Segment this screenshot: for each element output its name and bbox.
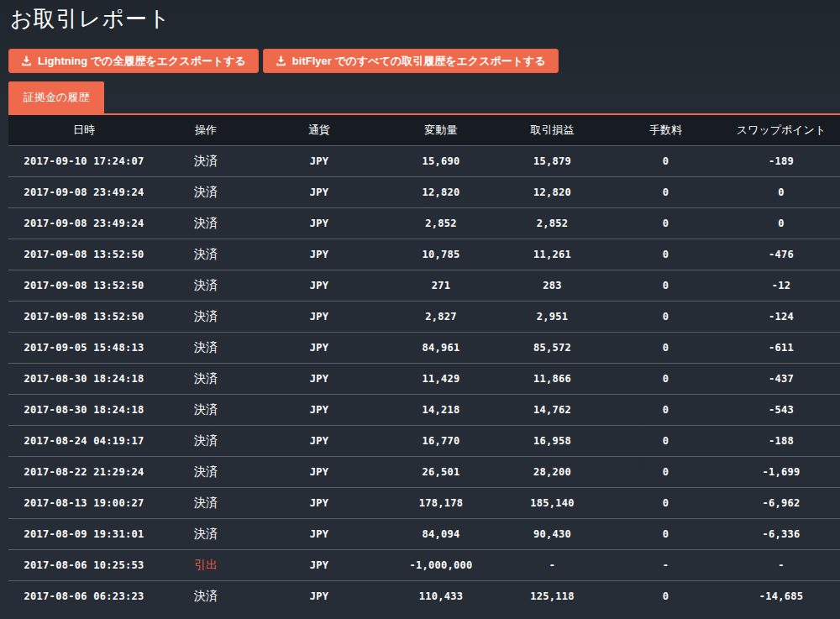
cell-swap: -6,336 xyxy=(722,518,840,549)
cell-currency: JPY xyxy=(252,394,386,425)
cell-datetime: 2017-09-10 17:24:07 xyxy=(8,145,160,176)
cell-currency: JPY xyxy=(252,549,386,580)
cell-swap: -437 xyxy=(722,363,840,394)
cell-operation: 引出 xyxy=(160,549,252,580)
cell-operation: 決済 xyxy=(160,145,252,176)
cell-fee: 0 xyxy=(609,580,722,611)
cell-pnl: 185,140 xyxy=(496,487,609,518)
tab-bar: 証拠金の履歴 xyxy=(8,81,840,115)
cell-currency: JPY xyxy=(252,425,386,456)
cell-fee: 0 xyxy=(609,363,722,394)
cell-pnl: 283 xyxy=(496,270,609,301)
column-header-datetime: 日時 xyxy=(8,115,160,145)
cell-amount: 2,827 xyxy=(386,301,496,332)
table-row: 2017-09-05 15:48:13決済JPY84,96185,5720-61… xyxy=(8,332,840,363)
cell-amount: -1,000,000 xyxy=(386,549,496,580)
cell-swap: -1,699 xyxy=(722,456,840,487)
cell-swap: -12 xyxy=(722,270,840,301)
cell-datetime: 2017-08-13 19:00:27 xyxy=(8,487,160,518)
cell-operation: 決済 xyxy=(160,456,252,487)
table-row: 2017-08-24 04:19:17決済JPY16,77016,9580-18… xyxy=(8,425,840,456)
cell-pnl: 28,200 xyxy=(496,456,609,487)
page-title: お取引レポート xyxy=(8,0,840,30)
cell-fee: 0 xyxy=(609,176,722,207)
table-row: 2017-08-30 18:24:18決済JPY14,21814,7620-54… xyxy=(8,394,840,425)
table-row: 2017-08-09 19:31:01決済JPY84,09490,4300-6,… xyxy=(8,518,840,549)
cell-currency: JPY xyxy=(252,363,386,394)
cell-datetime: 2017-08-24 04:19:17 xyxy=(8,425,160,456)
table-row: 2017-09-08 13:52:50決済JPY10,78511,2610-47… xyxy=(8,239,840,270)
cell-operation: 決済 xyxy=(160,270,252,301)
cell-datetime: 2017-08-06 10:25:53 xyxy=(8,549,160,580)
export-lightning-button[interactable]: Lightning での全履歴をエクスポートする xyxy=(8,49,259,73)
cell-operation: 決済 xyxy=(160,487,252,518)
column-header-swap: スワップポイント xyxy=(722,115,840,145)
cell-currency: JPY xyxy=(252,176,386,207)
table-row: 2017-08-22 21:29:24決済JPY26,50128,2000-1,… xyxy=(8,456,840,487)
cell-datetime: 2017-09-08 13:52:50 xyxy=(8,239,160,270)
table-row: 2017-09-08 13:52:50決済JPY2,8272,9510-124 xyxy=(8,301,840,332)
export-bitflyer-button[interactable]: bitFlyer でのすべての取引履歴をエクスポートする xyxy=(263,49,559,73)
cell-currency: JPY xyxy=(252,580,386,611)
table-row: 2017-09-08 23:49:24決済JPY2,8522,85200 xyxy=(8,207,840,239)
cell-pnl: 90,430 xyxy=(496,518,609,549)
table-header: 日時操作通貨変動量取引損益手数料スワップポイント xyxy=(8,115,840,145)
cell-fee: 0 xyxy=(609,487,722,518)
column-header-currency: 通貨 xyxy=(252,115,386,145)
cell-amount: 11,429 xyxy=(386,363,496,394)
cell-amount: 271 xyxy=(386,270,496,301)
cell-currency: JPY xyxy=(252,207,386,239)
cell-datetime: 2017-08-30 18:24:18 xyxy=(8,363,160,394)
cell-fee: 0 xyxy=(609,145,722,176)
export-buttons: Lightning での全履歴をエクスポートする bitFlyer でのすべての… xyxy=(8,49,840,73)
cell-amount: 84,961 xyxy=(386,332,496,363)
cell-amount: 26,501 xyxy=(386,456,496,487)
cell-datetime: 2017-08-06 06:23:23 xyxy=(8,580,160,611)
cell-swap: -124 xyxy=(722,301,840,332)
cell-pnl: 2,951 xyxy=(496,301,609,332)
cell-fee: 0 xyxy=(609,301,722,332)
column-header-fee: 手数料 xyxy=(609,115,722,145)
cell-currency: JPY xyxy=(252,518,386,549)
column-header-pnl: 取引損益 xyxy=(496,115,609,145)
trade-report-page: お取引レポート Lightning での全履歴をエクスポートする bitFlye… xyxy=(0,0,840,611)
cell-swap: -476 xyxy=(722,239,840,270)
cell-fee: 0 xyxy=(609,207,722,239)
cell-fee: - xyxy=(609,549,722,580)
cell-operation: 決済 xyxy=(160,394,252,425)
margin-history-table: 日時操作通貨変動量取引損益手数料スワップポイント 2017-09-10 17:2… xyxy=(8,115,840,611)
tab-margin-history[interactable]: 証拠金の履歴 xyxy=(8,81,104,113)
cell-pnl: 125,118 xyxy=(496,580,609,611)
cell-operation: 決済 xyxy=(160,239,252,270)
cell-pnl: 16,958 xyxy=(496,425,609,456)
cell-datetime: 2017-09-08 23:49:24 xyxy=(8,207,160,239)
cell-datetime: 2017-09-05 15:48:13 xyxy=(8,332,160,363)
cell-pnl: 15,879 xyxy=(496,145,609,176)
cell-amount: 84,094 xyxy=(386,518,496,549)
cell-swap: -6,962 xyxy=(722,487,840,518)
cell-swap: -14,685 xyxy=(722,580,840,611)
download-icon xyxy=(276,55,286,66)
cell-currency: JPY xyxy=(252,145,386,176)
cell-fee: 0 xyxy=(609,425,722,456)
table-row: 2017-09-08 23:49:24決済JPY12,82012,82000 xyxy=(8,176,840,207)
cell-fee: 0 xyxy=(609,332,722,363)
cell-amount: 178,178 xyxy=(386,487,496,518)
cell-fee: 0 xyxy=(609,456,722,487)
table-header-row: 日時操作通貨変動量取引損益手数料スワップポイント xyxy=(8,115,840,145)
cell-operation: 決済 xyxy=(160,518,252,549)
cell-fee: 0 xyxy=(609,270,722,301)
cell-currency: JPY xyxy=(252,270,386,301)
cell-swap: 0 xyxy=(722,176,840,207)
table-row: 2017-08-13 19:00:27決済JPY178,178185,1400-… xyxy=(8,487,840,518)
cell-swap: -188 xyxy=(722,425,840,456)
cell-amount: 2,852 xyxy=(386,207,496,239)
table-body: 2017-09-10 17:24:07決済JPY15,69015,8790-18… xyxy=(8,145,840,611)
cell-amount: 110,433 xyxy=(386,580,496,611)
export-lightning-label: Lightning での全履歴をエクスポートする xyxy=(38,54,246,69)
trade-report-screen: { "page": { "title": "お取引レポート" }, "butto… xyxy=(0,0,840,619)
cell-currency: JPY xyxy=(252,239,386,270)
cell-pnl: 14,762 xyxy=(496,394,609,425)
cell-swap: - xyxy=(722,549,840,580)
cell-fee: 0 xyxy=(609,239,722,270)
